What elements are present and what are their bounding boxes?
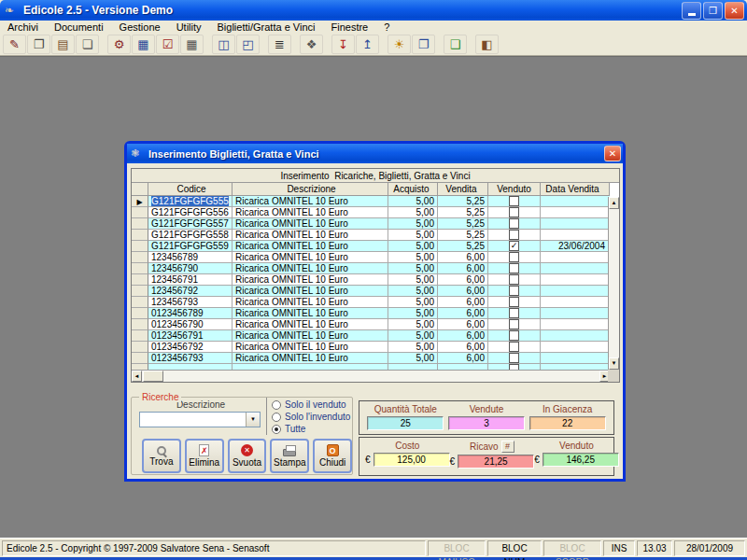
venduto-checkbox[interactable]: ✓ [509, 353, 519, 363]
descrizione-cell: Ricarica OMNITEL 10 Euro [233, 207, 388, 218]
menu-item[interactable]: Finestre [331, 21, 368, 33]
inserimento-dialog: ❃ Inserimento Biglietti, Gratta e Vinci … [124, 141, 626, 482]
table-row[interactable]: ▶ 123456792 Ricarica OMNITEL 10 Euro 5,0… [132, 286, 610, 297]
vendita-cell: 6,00 [438, 330, 488, 342]
venduto-checkbox[interactable]: ✓ [509, 218, 519, 229]
table-row[interactable]: ▶ 123456793 Ricarica OMNITEL 10 Euro 5,0… [132, 297, 610, 308]
printer-ticket-icon[interactable]: ❖ [300, 35, 323, 54]
descrizione-combobox[interactable]: ▼ [139, 412, 261, 427]
menu-item[interactable]: Gestione [120, 21, 161, 33]
hash-button[interactable]: # [501, 441, 514, 453]
venduto-checkbox[interactable]: ✓ [509, 230, 519, 240]
filter-radio-option[interactable]: Tutte [272, 423, 352, 435]
list-document-icon[interactable]: ≣ [268, 35, 291, 54]
calendar-icon[interactable]: ▦ [132, 35, 155, 54]
horizontal-scrollbar[interactable]: ◄ ► [132, 370, 610, 382]
settings-gear-icon[interactable]: ⚙ [107, 35, 131, 54]
scroll-left-icon[interactable]: ◄ [132, 371, 142, 382]
table-row[interactable]: ▶ G121FGFGFG559 Ricarica OMNITEL 10 Euro… [132, 241, 610, 252]
chevron-down-icon[interactable]: ▼ [246, 413, 260, 427]
edit-pen-icon[interactable]: ✎ [3, 35, 26, 54]
action-button[interactable]: O Chiudi [313, 439, 352, 473]
codice-cell: G121FGFGFG559 [148, 241, 233, 252]
venduto-checkbox[interactable]: ✓ [509, 297, 519, 307]
table-row[interactable]: ▶ G121FGFGFG556 Ricarica OMNITEL 10 Euro… [132, 207, 610, 218]
table-grid-icon[interactable]: ▦ [180, 35, 204, 54]
radio-button[interactable] [272, 400, 281, 410]
table-row[interactable]: ▶ 0123456790 Ricarica OMNITEL 10 Euro 5,… [132, 319, 610, 330]
table-row[interactable]: ▶ 123456790 Ricarica OMNITEL 10 Euro 5,0… [132, 263, 610, 274]
table-row[interactable]: ▶ 0123456792 Ricarica OMNITEL 10 Euro 5,… [132, 342, 610, 353]
euro-symbol: € [450, 456, 456, 467]
menu-item[interactable]: Documenti [54, 21, 104, 33]
table-row[interactable]: ▶ G121FGFGFG557 Ricarica OMNITEL 10 Euro… [132, 218, 610, 230]
column-header-codice[interactable]: Codice [148, 183, 233, 196]
filter-radio-option[interactable]: Solo l'invenduto [272, 411, 352, 423]
venduto-checkbox[interactable]: ✓ [509, 241, 519, 251]
acquisto-cell: 5,00 [388, 263, 438, 274]
venduto-checkbox[interactable]: ✓ [509, 286, 519, 296]
table-row[interactable]: ▶ 0123456791 Ricarica OMNITEL 10 Euro 5,… [132, 330, 610, 342]
minimize-button[interactable] [682, 2, 701, 20]
cascade-windows-icon[interactable]: ❐ [412, 35, 435, 54]
duplicate-clock-icon[interactable]: ❏ [76, 35, 99, 54]
data-vendita-cell [541, 330, 610, 342]
table-row[interactable]: ▶ G121FGFGFG555 Ricarica OMNITEL 10 Euro… [132, 196, 610, 207]
table-row[interactable]: ▶ 0123456789 Ricarica OMNITEL 10 Euro 5,… [132, 308, 610, 319]
venduto-checkbox[interactable]: ✓ [509, 252, 519, 262]
vertical-scrollbar[interactable]: ▲ ▼ [608, 197, 619, 370]
radio-button[interactable] [272, 413, 281, 422]
column-header-vendita[interactable]: Vendita [438, 183, 488, 196]
action-button[interactable]: ✗ Elimina [185, 439, 224, 473]
venduto-checkbox[interactable]: ✓ [509, 319, 519, 329]
form-window-icon[interactable]: ◫ [212, 35, 235, 54]
venduto-checkbox[interactable]: ✓ [509, 196, 519, 206]
codice-cell: 123456790 [148, 263, 233, 274]
table-row[interactable]: ▶ 0123456793 Ricarica OMNITEL 10 Euro 5,… [132, 353, 610, 364]
dialog-close-button[interactable]: ✕ [604, 146, 621, 161]
filter-radio-option[interactable]: Solo il venduto [272, 399, 352, 411]
exit-door-icon[interactable]: ◧ [475, 35, 499, 54]
table-row[interactable]: ▶ 123456789 Ricarica OMNITEL 10 Euro 5,0… [132, 252, 610, 263]
restore-button[interactable]: ❐ [703, 2, 723, 20]
table-row[interactable]: ▶ G121FGFGFG558 Ricarica OMNITEL 10 Euro… [132, 230, 610, 241]
action-button[interactable]: Trova [142, 439, 181, 473]
radio-button[interactable] [272, 425, 281, 434]
column-header-data-vendita[interactable]: Data Vendita [541, 183, 610, 196]
data-vendita-cell [541, 263, 610, 274]
venduto-checkbox[interactable]: ✓ [509, 342, 519, 352]
venduto-checkbox[interactable]: ✓ [509, 308, 519, 318]
document-check-icon[interactable]: ☑ [156, 35, 179, 54]
export-up-icon[interactable]: ↥ [356, 35, 379, 54]
venduto-checkbox[interactable]: ✓ [509, 263, 519, 273]
data-vendita-cell [541, 207, 610, 218]
acquisto-cell: 5,00 [388, 196, 438, 207]
scroll-up-icon[interactable]: ▲ [609, 197, 619, 209]
menu-item[interactable]: Archivi [7, 21, 38, 33]
table-row[interactable]: ▶ 123456791 Ricarica OMNITEL 10 Euro 5,0… [132, 274, 610, 286]
scroll-down-icon[interactable]: ▼ [609, 357, 619, 370]
column-header-venduto[interactable]: Venduto [488, 183, 541, 196]
row-indicator-arrow: ▶ [136, 198, 142, 206]
venduto-checkbox[interactable]: ✓ [509, 207, 519, 217]
horizontal-scroll-thumb[interactable] [143, 371, 163, 382]
action-button[interactable]: ✕ Svuota [228, 439, 267, 473]
menu-item[interactable]: Utility [176, 21, 202, 33]
codice-cell: G121FGFGFG555 [148, 196, 233, 207]
radio-label: Solo l'invenduto [285, 412, 350, 422]
menu-item[interactable]: Biglietti/Gratta e Vinci [218, 21, 316, 33]
new-window-icon[interactable]: ❑ [444, 35, 467, 54]
ledger-book-icon[interactable]: ▤ [51, 35, 75, 54]
menu-item[interactable]: ? [384, 21, 389, 33]
copy-document-icon[interactable]: ❐ [27, 35, 50, 54]
import-down-icon[interactable]: ↧ [331, 35, 355, 54]
column-header-acquisto[interactable]: Acquisto [388, 183, 438, 196]
column-header-descrizione[interactable]: Descrizione [233, 183, 388, 196]
refresh-sun-icon[interactable]: ☀ [388, 35, 411, 54]
close-button[interactable]: ✕ [725, 2, 744, 20]
action-button[interactable]: Stampa [270, 439, 309, 473]
venduto-checkbox[interactable]: ✓ [509, 274, 519, 285]
chart-window-icon[interactable]: ◰ [236, 35, 260, 54]
app-icon: ❧ [5, 4, 20, 17]
venduto-checkbox[interactable]: ✓ [509, 330, 519, 341]
